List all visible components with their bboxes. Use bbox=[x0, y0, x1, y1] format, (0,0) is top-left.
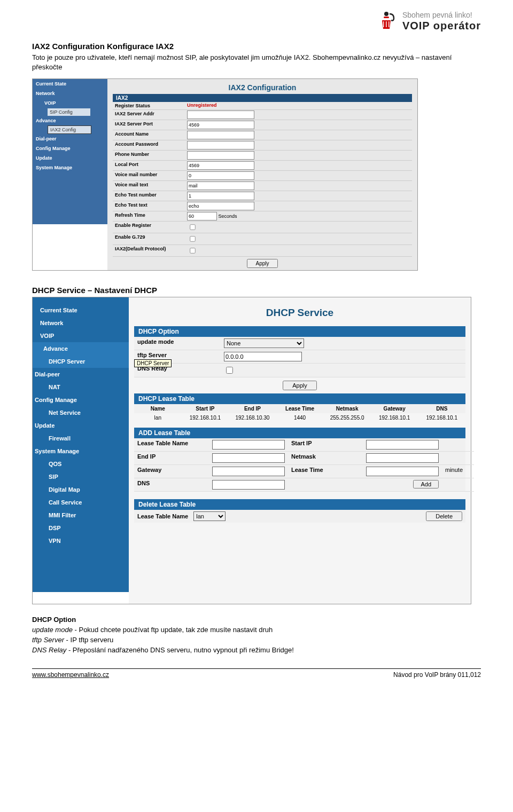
nav1-dial-peer[interactable]: Dial-peer bbox=[33, 368, 129, 381]
desc-heading: DHCP Option bbox=[32, 616, 76, 624]
input-vm-text[interactable] bbox=[187, 182, 254, 190]
dhcp-apply-button[interactable]: Apply bbox=[283, 381, 317, 390]
input-dns[interactable] bbox=[212, 480, 285, 490]
nav2-net-service[interactable]: Net Service bbox=[33, 406, 129, 419]
chk-default-proto[interactable] bbox=[190, 248, 195, 254]
nav1-current-state[interactable]: Current State bbox=[33, 304, 129, 317]
input-lease-time[interactable] bbox=[366, 467, 439, 476]
dhcp-page-title: DHCP Service bbox=[134, 307, 465, 319]
input-echo-text[interactable] bbox=[187, 202, 254, 210]
nav1-system-manage[interactable]: System Manage bbox=[33, 445, 129, 458]
input-acct-pw[interactable] bbox=[187, 141, 254, 149]
input-gateway[interactable] bbox=[212, 467, 285, 476]
nav2-sip[interactable]: SIP bbox=[33, 470, 129, 483]
nav2-digital-map[interactable]: Digital Map bbox=[33, 483, 129, 496]
nav2-dhcp-server[interactable]: DHCP Server bbox=[33, 355, 129, 368]
chk-dns-relay[interactable] bbox=[226, 367, 233, 374]
footer-url[interactable]: www.sbohempevnalinko.cz bbox=[32, 671, 109, 679]
nav1-network[interactable]: Network bbox=[33, 317, 129, 329]
brand-header: Sbohem pevná linko! VOIP operátor bbox=[32, 11, 481, 32]
nav2-vpn[interactable]: VPN bbox=[33, 534, 129, 547]
select-update-mode[interactable]: None bbox=[224, 338, 304, 348]
lbl-lease-time: Lease Time bbox=[288, 465, 363, 478]
lease-table-row: lan 192.168.10.1 192.168.10.30 1440 255.… bbox=[134, 413, 465, 422]
lbl-phone: Phone Number bbox=[113, 151, 186, 160]
delete-lease-bar: Delete Lease Table bbox=[134, 499, 465, 510]
input-lease-name[interactable] bbox=[212, 440, 285, 450]
lbl-acct-name: Account Name bbox=[113, 130, 186, 140]
lbl-start-ip: Start IP bbox=[288, 438, 363, 452]
input-echo-num[interactable] bbox=[187, 192, 254, 200]
iax2-sidebar: Current State Network VOIP SIP Config Ad… bbox=[33, 79, 107, 224]
add-lease-form: Lease Table Name Start IP End IP Netmask… bbox=[134, 438, 465, 492]
lbl-local-port: Local Port bbox=[113, 161, 186, 170]
brand-name: VOIP operátor bbox=[402, 20, 481, 31]
dhcp-option-description: DHCP Option update mode - Pokud chcete p… bbox=[32, 615, 481, 655]
lbl-server-port: IAX2 Server Port bbox=[113, 120, 186, 130]
section-title-dhcp: DHCP Service – Nastavení DHCP bbox=[32, 286, 481, 295]
input-refresh[interactable] bbox=[187, 212, 217, 220]
logo-icon bbox=[376, 11, 397, 32]
chk-enable-g729[interactable] bbox=[190, 236, 195, 242]
input-server-addr[interactable] bbox=[187, 111, 254, 119]
desc-dns-relay-i: DNS Relay bbox=[32, 646, 66, 654]
dhcp-screenshot: Current State Network VOIP Advance DHCP … bbox=[32, 297, 471, 604]
lbl-vm-num: Voice mail number bbox=[113, 171, 186, 180]
nav-network[interactable]: Network bbox=[33, 89, 107, 98]
lbl-echo-text: Echo Test text bbox=[113, 201, 186, 211]
input-vm-num[interactable] bbox=[187, 171, 254, 180]
nav2-qos[interactable]: QOS bbox=[33, 458, 129, 470]
lbl-gateway: Gateway bbox=[134, 465, 209, 478]
iax2-bar: IAX2 bbox=[113, 94, 412, 102]
input-netmask[interactable] bbox=[366, 453, 439, 463]
page-footer: www.sbohempevnalinko.cz Návod pro VoIP b… bbox=[32, 668, 481, 679]
nav-update[interactable]: Update bbox=[33, 153, 107, 163]
iax2-description: Toto je pouze pro uživatele, kteří nemaj… bbox=[32, 53, 481, 72]
val-register-status: Unregistered bbox=[187, 103, 217, 108]
nav-dial-peer[interactable]: Dial-peer bbox=[33, 134, 107, 144]
lbl-enable-g729: Enable G.729 bbox=[113, 233, 186, 245]
logo-text: Sbohem pevná linko! VOIP operátor bbox=[402, 11, 481, 31]
svg-rect-2 bbox=[383, 21, 384, 27]
desc-update-mode-t: - Pokud chcete používat ftp update, tak … bbox=[73, 626, 273, 634]
nav1-voip[interactable]: VOIP bbox=[33, 329, 129, 342]
input-phone[interactable] bbox=[187, 151, 254, 160]
chk-enable-register[interactable] bbox=[190, 225, 195, 230]
iax2-apply-button[interactable]: Apply bbox=[247, 259, 277, 268]
nav2-nat[interactable]: NAT bbox=[33, 381, 129, 393]
lbl-vm-text: Voice mail text bbox=[113, 181, 186, 191]
lbl-echo-num: Echo Test number bbox=[113, 191, 186, 201]
iax2-page-title: IAX2 Configuration bbox=[107, 82, 417, 94]
nav1-config-manage[interactable]: Config Manage bbox=[33, 393, 129, 406]
nav-current-state[interactable]: Current State bbox=[33, 79, 107, 89]
svg-rect-1 bbox=[384, 17, 389, 18]
nav2-firewall[interactable]: Firewall bbox=[33, 432, 129, 445]
input-server-port[interactable] bbox=[187, 121, 254, 129]
nav-voip[interactable]: VOIP bbox=[33, 98, 107, 108]
nav1-update[interactable]: Update bbox=[33, 419, 129, 432]
input-tftp-server[interactable] bbox=[224, 352, 302, 361]
nav-advance[interactable]: Advance bbox=[33, 116, 107, 125]
lease-table-head: Name Start IP End IP Lease Time Netmask … bbox=[134, 404, 465, 413]
dhcp-sidebar: Current State Network VOIP Advance DHCP … bbox=[33, 297, 129, 592]
delete-lease-button[interactable]: Delete bbox=[426, 511, 462, 521]
dhcp-option-bar: DHCP Option bbox=[134, 326, 465, 337]
input-start-ip[interactable] bbox=[366, 440, 439, 450]
nav-iax2-config[interactable]: IAX2 Config bbox=[48, 125, 91, 134]
svg-rect-3 bbox=[386, 21, 387, 27]
add-lease-button[interactable]: Add bbox=[413, 480, 439, 488]
desc-update-mode-i: update mode bbox=[32, 626, 73, 634]
lbl-register-status: Register Status bbox=[113, 102, 186, 109]
nav1-advance[interactable]: Advance bbox=[33, 342, 129, 355]
lbl-lease-name: Lease Table Name bbox=[134, 438, 209, 452]
nav-sip-config[interactable]: SIP Config bbox=[48, 108, 90, 116]
nav2-dsp[interactable]: DSP bbox=[33, 522, 129, 534]
nav-config-manage[interactable]: Config Manage bbox=[33, 144, 107, 153]
nav2-call-service[interactable]: Call Service bbox=[33, 496, 129, 509]
select-del-lease[interactable]: lan bbox=[193, 511, 226, 521]
input-end-ip[interactable] bbox=[212, 453, 285, 463]
nav2-mmi-filter[interactable]: MMI Filter bbox=[33, 509, 129, 522]
nav-system-manage[interactable]: System Manage bbox=[33, 163, 107, 172]
input-acct-name[interactable] bbox=[187, 131, 254, 139]
input-local-port[interactable] bbox=[187, 161, 254, 170]
